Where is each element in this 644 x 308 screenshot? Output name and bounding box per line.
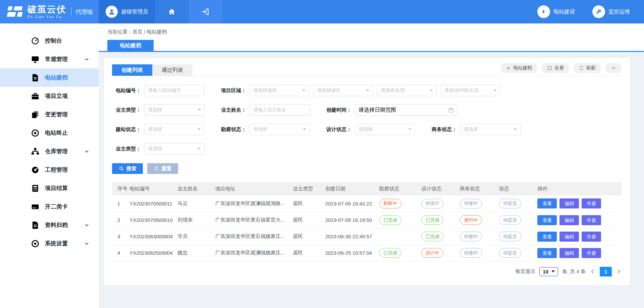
row-index: 4 <box>112 245 129 261</box>
station-code-cell: YX2023070500011 <box>129 195 177 212</box>
sidebar-item[interactable]: 控制台 <box>0 32 99 50</box>
quick-link-construction[interactable]: 电站建设 <box>537 5 575 18</box>
sidebar-item[interactable]: 工程管理 <box>0 161 99 179</box>
select-placeholder: 请选择 <box>148 146 162 152</box>
status-badge: 待签约 <box>460 232 482 241</box>
home-icon <box>168 8 176 16</box>
topbar-quick-links: 电站建设监控运维 <box>222 0 644 23</box>
list-tab[interactable]: 创建列表 <box>112 64 152 76</box>
toolbar-button-label: 全屏 <box>554 65 564 71</box>
filter-label: 项目区域： <box>217 87 246 94</box>
calendar-icon <box>448 107 454 113</box>
station-code-input[interactable]: 请输入电站编号 <box>144 85 205 96</box>
edit-button[interactable]: 编辑 <box>559 232 579 242</box>
build-status-select[interactable]: 请选择 <box>144 124 205 135</box>
refresh-button[interactable]: 刷新 <box>574 63 601 73</box>
view-button[interactable]: 查看 <box>537 248 557 258</box>
edit-button[interactable]: 编辑 <box>559 198 579 208</box>
briefcase-icon <box>31 92 40 101</box>
caret-down-icon <box>198 128 201 130</box>
filter-row: 业主类型：请选择 <box>112 143 622 155</box>
sidebar-item[interactable]: 电站终止 <box>0 124 99 142</box>
caret-down-icon <box>430 89 433 91</box>
collapse-button[interactable] <box>605 63 622 73</box>
per-page-select[interactable]: 10 <box>539 267 558 276</box>
business-status-select[interactable]: 请选择 <box>460 124 521 135</box>
sidebar-item[interactable]: 系统设置 <box>0 234 99 253</box>
void-button[interactable]: 作废 <box>582 232 601 242</box>
home-button[interactable] <box>155 0 189 23</box>
design-status-select[interactable]: 请选择 <box>355 124 415 135</box>
main-area: 当前位置：首页 / 电站建档 电站建档 创建列表通过列表 电站建档全屏刷新 电站… <box>99 23 644 308</box>
quick-link-operations[interactable]: 监控运维 <box>592 5 630 18</box>
per-page-label: 每页显示 <box>515 268 535 275</box>
filter-buttons: 搜索 重置 <box>112 163 622 174</box>
address-cell: 广东深圳龙华区观澜镇姚家庄... <box>215 245 293 261</box>
survey-status-select[interactable]: 请选择 <box>250 124 310 135</box>
next-page-button[interactable] <box>616 268 622 274</box>
owner-name-cell: 刘强东 <box>177 212 215 228</box>
sidebar-item[interactable]: 变更管理 <box>0 105 99 124</box>
column-header: 状态 <box>499 182 538 195</box>
reset-button[interactable]: 重置 <box>147 163 178 174</box>
sidebar-item-label: 工程管理 <box>45 166 68 174</box>
create-station-button[interactable]: 电站建档 <box>500 63 537 73</box>
logout-button[interactable] <box>189 0 222 23</box>
logo-subtitle: Po Jian Yun Fu <box>28 15 66 19</box>
gauge-icon <box>31 166 40 174</box>
search-button[interactable]: 搜索 <box>112 163 143 174</box>
caret-down-icon <box>198 148 201 150</box>
owner-type-2-select[interactable]: 请选择 <box>144 143 205 155</box>
sidebar-item[interactable]: 项目结算 <box>0 179 99 197</box>
tab-list: 创建列表通过列表 <box>112 64 193 76</box>
page-tab[interactable]: 电站建档 <box>107 40 154 51</box>
status-badge: 待提交 <box>499 248 521 258</box>
page-number-button[interactable]: 1 <box>600 267 612 276</box>
list-tab[interactable]: 通过列表 <box>152 64 193 76</box>
fullscreen-icon <box>547 66 552 71</box>
filter-label: 业主类型： <box>112 107 141 113</box>
edit-button[interactable]: 编辑 <box>559 215 579 225</box>
logo: 破茧云伏 Po Jian Yun Fu 代理端 <box>0 0 99 23</box>
create-time-input[interactable]: 请选择日期范围 <box>355 104 458 116</box>
filter-group-design-status: 设计状态：请选择 <box>323 124 415 135</box>
project-region-select-2[interactable]: 请选择县/区 <box>377 85 437 96</box>
settings-icon <box>31 239 40 248</box>
view-button[interactable]: 查看 <box>537 232 557 242</box>
owner-name-input[interactable]: 请输入业主姓名 <box>250 104 310 116</box>
caret-down-icon <box>302 89 306 91</box>
sidebar-item-label: 资料归档 <box>45 221 68 229</box>
sidebar-item[interactable]: 电站建档 <box>0 68 99 87</box>
filter-row: 业主类型：请选择业主姓名：请输入业主姓名创建时间：请选择日期范围 <box>112 104 622 116</box>
void-button[interactable]: 作废 <box>582 215 601 225</box>
divider <box>71 7 71 16</box>
avatar <box>106 6 118 18</box>
select-placeholder: 请选择省份 <box>253 87 277 94</box>
view-button[interactable]: 查看 <box>537 198 557 208</box>
project-region-select-0[interactable]: 请选择省份 <box>250 85 309 96</box>
sidebar-item[interactable]: 常规管理 <box>0 50 99 68</box>
owner-type-select[interactable]: 请选择 <box>144 104 205 116</box>
filter-group-station-code: 电站编号：请输入电站编号 <box>112 85 205 96</box>
prev-page-button[interactable] <box>590 268 596 274</box>
project-region-select-3[interactable]: 请选择村镇/街道 <box>441 85 500 96</box>
sidebar-item[interactable]: 仓库管理 <box>0 142 99 161</box>
project-region-select-1[interactable]: 请选择城市 <box>313 85 373 96</box>
status-status-cell: 待提交 <box>499 228 538 245</box>
filter-group-create-time: 创建时间：请选择日期范围 <box>323 104 458 116</box>
sidebar-item[interactable]: 项目立项 <box>0 87 99 105</box>
edit-button[interactable]: 编辑 <box>559 248 579 258</box>
select-placeholder: 请选择 <box>464 126 478 132</box>
select-placeholder: 请选择县/区 <box>381 87 406 94</box>
user-menu[interactable]: 超级管理员 <box>99 0 155 23</box>
filter-group-owner-name: 业主姓名：请输入业主姓名 <box>217 104 310 116</box>
void-button[interactable]: 作废 <box>582 198 601 208</box>
view-button[interactable]: 查看 <box>537 215 557 225</box>
sidebar: 控制台常规管理电站建档项目立项变更管理电站终止仓库管理工程管理项目结算开二类卡资… <box>0 23 99 308</box>
address-cell: 广东深圳龙华区黄石镇星官大... <box>215 212 293 228</box>
sidebar-item[interactable]: 资料归档 <box>0 216 99 234</box>
sidebar-item[interactable]: 开二类卡 <box>0 197 99 216</box>
void-button[interactable]: 作废 <box>582 248 601 258</box>
station-code-cell: YX2023063000009 <box>129 228 177 245</box>
fullscreen-button[interactable]: 全屏 <box>542 63 569 73</box>
